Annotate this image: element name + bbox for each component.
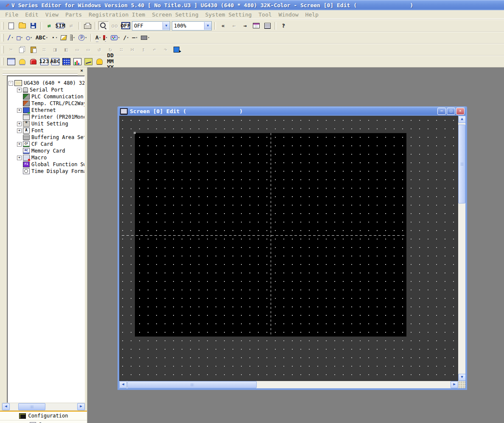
text-tool-button[interactable]: ABC ▾	[34, 33, 49, 42]
tree-item[interactable]: PLC Communication(M	[8, 93, 84, 100]
help-button[interactable]: ?	[278, 21, 288, 30]
chevron-down-icon[interactable]: ▼	[204, 22, 211, 30]
previous-screen-button[interactable]: ←	[229, 21, 239, 30]
tree-item[interactable]: F1 Global Function Swi	[8, 161, 84, 168]
edit-canvas[interactable]	[119, 116, 458, 381]
toolbar-grip[interactable]	[2, 22, 4, 30]
minimize-button[interactable]: —	[437, 108, 446, 115]
menu-parts[interactable]: Parts	[62, 11, 85, 19]
rotate-left-button[interactable]: ↺	[94, 45, 104, 54]
cut-button[interactable]: ✂	[6, 45, 16, 54]
tree-expander[interactable]: +	[17, 142, 22, 147]
tree-item[interactable]: + A Font	[8, 127, 84, 134]
tree-item[interactable]: Temp. CTRL/PLC2Way	[8, 100, 84, 107]
fill-style-button[interactable]: ▾	[140, 33, 151, 42]
upload-button[interactable]: ⇄	[66, 21, 76, 30]
tree-expander[interactable]: +	[17, 122, 22, 126]
scrollbar-track[interactable]	[458, 123, 465, 374]
scrollbar-thumb[interactable]	[127, 381, 257, 388]
tree-item[interactable]: + Macro	[8, 154, 84, 161]
pen-color-button[interactable]: ▾	[103, 33, 109, 42]
scale-tool-button[interactable]: ▾	[69, 33, 76, 42]
new-button[interactable]	[6, 21, 16, 30]
buzzer-part-button[interactable]	[94, 57, 104, 66]
menu-tool[interactable]: Tool	[255, 11, 275, 19]
tree-expander[interactable]: +	[17, 108, 22, 113]
item-list-button[interactable]	[262, 21, 272, 30]
arrange-button[interactable]: ∺	[127, 45, 137, 54]
tree-item[interactable]: Printer (PR201Monoch	[8, 114, 84, 120]
statistic-part-button[interactable]	[83, 57, 93, 66]
tree-item[interactable]: + * Unit Setting	[8, 120, 84, 127]
tree-item[interactable]: Time Display Format	[8, 168, 84, 175]
rect-tool-button[interactable]: □ ▾	[15, 33, 24, 42]
multi-copy-button[interactable]: ∷	[39, 45, 49, 54]
align-button[interactable]: ∷	[116, 45, 126, 54]
tab-screen[interactable]: Screen	[0, 420, 87, 423]
send-to-back-button[interactable]: ◧	[61, 45, 71, 54]
scrollbar-track[interactable]	[127, 381, 451, 388]
tree-item[interactable]: + Ethernet	[8, 107, 84, 114]
palette-button[interactable]: ▾	[109, 33, 121, 42]
toolbar-grip[interactable]	[2, 58, 4, 65]
tree-expander[interactable]: +	[17, 128, 22, 133]
resize-grip[interactable]	[458, 381, 465, 388]
circle-tool-button[interactable]: ○ ▾	[25, 33, 34, 42]
copy-button[interactable]	[17, 45, 27, 54]
line-style-button[interactable]: / ▾	[122, 33, 130, 42]
panel-close-button[interactable]: ×	[79, 68, 84, 74]
menu-file[interactable]: File	[2, 11, 22, 19]
scroll-up-icon[interactable]: ▲	[458, 116, 465, 123]
tree-item[interactable]: + Serial Port	[8, 86, 84, 93]
tree-item[interactable]: + CF CF Card	[8, 141, 84, 147]
alarm-part-button[interactable]	[28, 57, 38, 66]
screen-jump-button[interactable]: «	[218, 21, 228, 30]
scroll-right-icon[interactable]: ▶	[77, 403, 85, 410]
char-display-part-button[interactable]: ABC	[50, 57, 60, 66]
panel-drag-handle[interactable]	[3, 69, 78, 74]
print-button[interactable]	[82, 21, 92, 30]
tree-expander[interactable]: +	[17, 88, 22, 92]
scroll-left-icon[interactable]: ◀	[2, 403, 10, 410]
switch-part-button[interactable]	[6, 57, 16, 66]
menu-registration-item[interactable]: Registration Item	[85, 11, 148, 19]
toolbar-grip[interactable]	[2, 46, 4, 53]
ungroup-button[interactable]: ▭	[83, 45, 93, 54]
text-color-button[interactable]: A ▾	[94, 33, 102, 42]
zoom-level-select[interactable]: 100% ▼	[172, 21, 212, 31]
tree-item[interactable]: Buffering Area Sett	[8, 134, 84, 141]
paste-button[interactable]	[28, 45, 38, 54]
redo-button[interactable]: ↷	[160, 45, 171, 54]
vertical-scrollbar[interactable]: ▲ ▼	[458, 116, 465, 381]
tree-expander[interactable]: +	[17, 156, 22, 160]
scroll-down-icon[interactable]: ▼	[458, 374, 465, 381]
open-button[interactable]	[17, 21, 27, 30]
vertex-edit-button[interactable]: ↥	[138, 45, 148, 54]
next-screen-button[interactable]: →	[240, 21, 250, 30]
group-button[interactable]: ▭	[72, 45, 82, 54]
scrollbar-thumb[interactable]	[18, 403, 45, 410]
menu-screen-setting[interactable]: Screen Setting	[148, 11, 202, 19]
toolbar-grip[interactable]	[2, 34, 4, 42]
screen-window-titlebar[interactable]: Screen [0] Edit ( ) — □ ✕	[119, 107, 465, 116]
scrollbar-track[interactable]	[10, 403, 77, 410]
maximize-button[interactable]: □	[447, 108, 455, 115]
parts-place-button[interactable]: Ⓟ ▾	[77, 33, 88, 42]
horizontal-scrollbar[interactable]: ◀ ▶	[119, 381, 458, 388]
menu-help[interactable]: Help	[302, 11, 322, 19]
grid-toggle-button[interactable]: OFF	[120, 21, 131, 30]
display-change-button[interactable]: oo	[109, 21, 120, 30]
menu-window[interactable]: Window	[275, 11, 302, 19]
tree-item[interactable]: - UG430 (640 * 480) 32K-	[8, 80, 84, 86]
tree-item[interactable]: MC Memory Card	[8, 147, 84, 154]
date-display-part-button[interactable]: DD MM YY	[105, 57, 115, 66]
keypad-part-button[interactable]	[61, 57, 71, 66]
download-button[interactable]: ⇄	[44, 21, 54, 30]
scroll-left-icon[interactable]: ◀	[119, 381, 127, 388]
tab-configuration[interactable]: Configuration	[0, 412, 87, 420]
simulator-button[interactable]: SIM	[55, 21, 65, 30]
dot-tool-button[interactable]: · ▾	[50, 33, 59, 42]
grid-mode-select[interactable]: OFF ▼	[132, 21, 170, 31]
menu-edit[interactable]: Edit	[22, 11, 42, 19]
zoom-button[interactable]	[98, 21, 109, 30]
